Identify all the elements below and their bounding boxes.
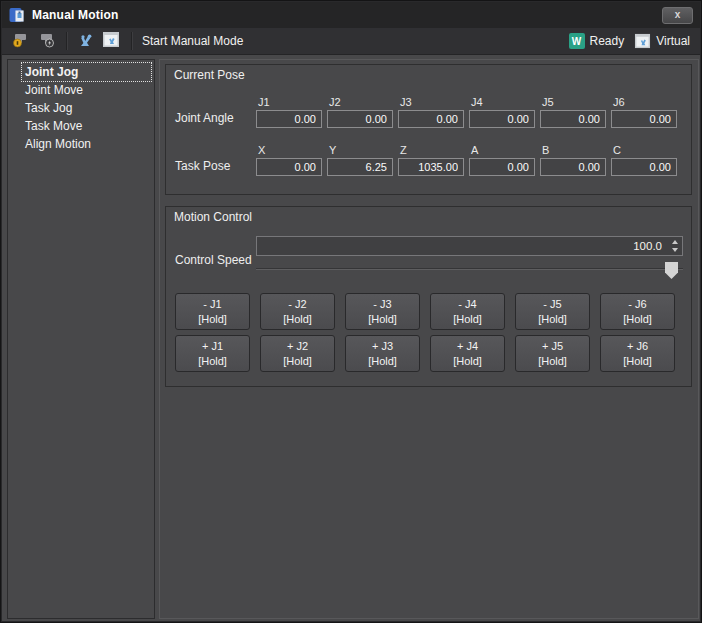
jog-btn-line2: [Hold] (623, 312, 652, 327)
jog-btn-line1: - J6 (628, 297, 646, 312)
spinner-arrows (667, 237, 682, 255)
jog-minus-j5-button[interactable]: - J5 [Hold] (515, 293, 590, 330)
joint-angle-label: Joint Angle (175, 111, 256, 128)
field-j6-value[interactable] (611, 110, 677, 128)
sidebar-item-joint-jog[interactable]: Joint Jog (22, 63, 151, 81)
control-speed-input[interactable] (257, 237, 667, 255)
field-y: Y (327, 144, 393, 176)
task-pose-label: Task Pose (175, 159, 256, 176)
field-j6-label: J6 (613, 96, 677, 108)
spinner-down-icon[interactable] (672, 248, 678, 252)
jog-btn-line2: [Hold] (198, 354, 227, 369)
spinner-up-icon[interactable] (672, 240, 678, 244)
jog-btn-line2: [Hold] (453, 354, 482, 369)
field-j4-label: J4 (471, 96, 535, 108)
jog-minus-j2-button[interactable]: - J2 [Hold] (260, 293, 335, 330)
jog-minus-j1-button[interactable]: - J1 [Hold] (175, 293, 250, 330)
control-speed-spinner[interactable] (256, 236, 683, 256)
jog-btn-line1: - J1 (203, 297, 221, 312)
motion-control-title: Motion Control (174, 210, 252, 224)
jog-minus-j4-button[interactable]: - J4 [Hold] (430, 293, 505, 330)
field-y-value[interactable] (327, 158, 393, 176)
start-manual-mode-button[interactable]: Start Manual Mode (142, 34, 243, 48)
jog-btn-line2: [Hold] (538, 312, 567, 327)
toolbar-separator (66, 32, 67, 50)
current-pose-group: Current Pose Joint Angle J1 J2 J3 (165, 64, 692, 195)
control-speed-slider[interactable] (256, 268, 683, 269)
field-j3-label: J3 (400, 96, 464, 108)
jog-plus-j4-button[interactable]: + J4 [Hold] (430, 335, 505, 372)
field-a: A (469, 144, 535, 176)
jog-btn-line1: - J3 (373, 297, 391, 312)
jog-btn-line1: - J2 (288, 297, 306, 312)
simulator-icon (102, 31, 120, 52)
jog-btn-line2: [Hold] (623, 354, 652, 369)
jog-plus-j2-button[interactable]: + J2 [Hold] (260, 335, 335, 372)
virtual-status-label: Virtual (656, 34, 690, 48)
field-j3: J3 (398, 96, 464, 128)
field-y-label: Y (329, 144, 393, 156)
jog-btn-line1: - J5 (543, 297, 561, 312)
field-j6: J6 (611, 96, 677, 128)
field-b-label: B (542, 144, 606, 156)
field-x: X (256, 144, 322, 176)
robot-jog-button[interactable] (73, 30, 97, 52)
joint-angle-row: Joint Angle J1 J2 J3 J4 (175, 96, 677, 128)
sidebar-item-align-motion[interactable]: Align Motion (22, 135, 151, 153)
servo-on-button[interactable] (8, 30, 32, 52)
jog-btn-line1: - J4 (458, 297, 476, 312)
control-speed-label: Control Speed (175, 253, 252, 267)
field-j1-label: J1 (258, 96, 322, 108)
jog-minus-j3-button[interactable]: - J3 [Hold] (345, 293, 420, 330)
field-b-value[interactable] (540, 158, 606, 176)
field-j2-value[interactable] (327, 110, 393, 128)
field-b: B (540, 144, 606, 176)
field-a-label: A (471, 144, 535, 156)
jog-btn-line1: + J4 (457, 339, 478, 354)
jog-plus-j5-button[interactable]: + J5 [Hold] (515, 335, 590, 372)
current-pose-title: Current Pose (174, 68, 245, 82)
ready-status-label: Ready (590, 34, 625, 48)
manual-motion-window: Manual Motion x (0, 0, 702, 623)
motion-mode-list: Joint Jog Joint Move Task Jog Task Move … (7, 59, 155, 619)
toolbar-separator (131, 32, 132, 50)
jog-btn-line2: [Hold] (538, 354, 567, 369)
field-j3-value[interactable] (398, 110, 464, 128)
field-j4-value[interactable] (469, 110, 535, 128)
field-a-value[interactable] (469, 158, 535, 176)
jog-btn-line2: [Hold] (198, 312, 227, 327)
jog-plus-j3-button[interactable]: + J3 [Hold] (345, 335, 420, 372)
field-z-label: Z (400, 144, 464, 156)
field-j1-value[interactable] (256, 110, 322, 128)
jog-plus-j6-button[interactable]: + J6 [Hold] (600, 335, 675, 372)
jog-minus-j6-button[interactable]: - J6 [Hold] (600, 293, 675, 330)
field-j5: J5 (540, 96, 606, 128)
robot-arm-icon (76, 30, 94, 52)
jog-plus-j1-button[interactable]: + J1 [Hold] (175, 335, 250, 372)
window-title: Manual Motion (32, 8, 119, 22)
sidebar-item-task-move[interactable]: Task Move (22, 117, 151, 135)
jog-btn-line1: + J1 (202, 339, 223, 354)
task-pose-row: Task Pose X Y Z A (175, 144, 677, 176)
sidebar-item-task-jog[interactable]: Task Jog (22, 99, 151, 117)
field-c-value[interactable] (611, 158, 677, 176)
close-button[interactable]: x (662, 7, 693, 24)
field-z-value[interactable] (398, 158, 464, 176)
field-j1: J1 (256, 96, 322, 128)
simulator-button[interactable] (99, 30, 123, 52)
main-panel: Current Pose Joint Angle J1 J2 J3 (159, 59, 699, 619)
slider-thumb[interactable] (665, 262, 678, 279)
jog-btn-line2: [Hold] (368, 354, 397, 369)
title-bar: Manual Motion x (2, 2, 700, 28)
sidebar-item-joint-move[interactable]: Joint Move (22, 81, 151, 99)
servo-off-button[interactable] (34, 30, 58, 52)
field-j5-value[interactable] (540, 110, 606, 128)
jog-btn-line2: [Hold] (453, 312, 482, 327)
jog-btn-line1: + J6 (627, 339, 648, 354)
app-icon (9, 7, 25, 23)
field-z: Z (398, 144, 464, 176)
field-x-value[interactable] (256, 158, 322, 176)
status-area: W Ready Virtual (569, 33, 694, 49)
jog-plus-row: + J1 [Hold] + J2 [Hold] + J3 [Hold] + J4… (175, 335, 675, 372)
jog-minus-row: - J1 [Hold] - J2 [Hold] - J3 [Hold] - J4… (175, 293, 675, 330)
